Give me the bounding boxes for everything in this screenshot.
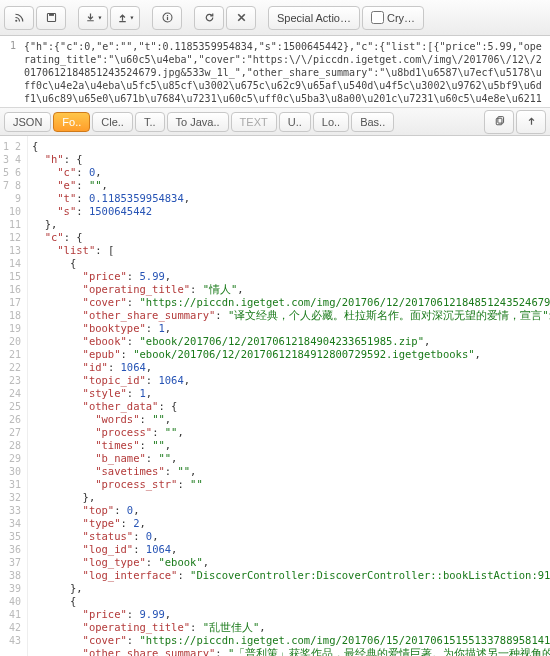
upload-icon[interactable]: ▾ (110, 6, 140, 30)
format-tabbar: JSON Fo.. Cle.. T.. To Java.. TEXT U.. L… (0, 108, 550, 136)
raw-request-panel: 1 {"h":{"c":0,"e":"","t":0.1185359954834… (0, 36, 550, 108)
cancel-icon[interactable] (226, 6, 256, 30)
network-icon[interactable] (4, 6, 34, 30)
tab-lo[interactable]: Lo.. (313, 112, 349, 132)
svg-rect-5 (497, 117, 503, 124)
info-icon[interactable] (152, 6, 182, 30)
svg-rect-4 (496, 118, 502, 125)
tab-t[interactable]: T.. (135, 112, 165, 132)
tab-u[interactable]: U.. (279, 112, 311, 132)
copy-icon[interactable] (484, 110, 514, 134)
download-icon[interactable]: ▾ (78, 6, 108, 30)
cry-button[interactable]: Cry… (362, 6, 424, 30)
svg-point-0 (15, 20, 17, 22)
disk-icon[interactable] (36, 6, 66, 30)
tab-format[interactable]: Fo.. (53, 112, 90, 132)
cry-label: Cry… (387, 12, 415, 24)
line-gutter: 1 2 3 4 5 6 7 8 9 10 11 12 13 14 15 16 1… (0, 136, 28, 656)
main-toolbar: ▾ ▾ Special Actio… Cry… (0, 0, 550, 36)
tab-text[interactable]: TEXT (231, 112, 277, 132)
reload-icon[interactable] (194, 6, 224, 30)
tab-bas[interactable]: Bas.. (351, 112, 394, 132)
tab-tojava[interactable]: To Java.. (167, 112, 229, 132)
svg-rect-2 (49, 13, 54, 15)
code-viewer[interactable]: 1 2 3 4 5 6 7 8 9 10 11 12 13 14 15 16 1… (0, 136, 550, 656)
tab-json[interactable]: JSON (4, 112, 51, 132)
raw-text-content[interactable]: {"h":{"c":0,"e":"","t":0.1185359954834,"… (20, 36, 550, 107)
collapse-icon[interactable] (516, 110, 546, 134)
code-source[interactable]: { "h": { "c": 0, "e": "", "t": 0.1185359… (28, 136, 550, 656)
tab-clean[interactable]: Cle.. (92, 112, 133, 132)
raw-line-number: 1 (0, 36, 20, 107)
special-actions-button[interactable]: Special Actio… (268, 6, 360, 30)
cry-checkbox[interactable] (371, 11, 384, 24)
